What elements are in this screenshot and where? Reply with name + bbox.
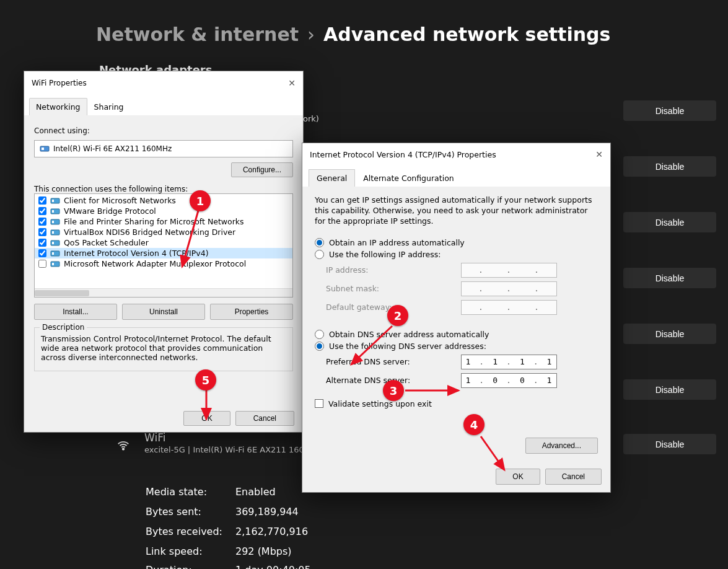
svg-rect-16 bbox=[52, 263, 54, 265]
ip-address-input: ... bbox=[461, 263, 557, 278]
disable-button[interactable]: Disable bbox=[623, 434, 716, 454]
subnet-mask-input: ... bbox=[461, 281, 557, 296]
disable-button[interactable]: Disable bbox=[623, 212, 716, 232]
breadcrumb-parent[interactable]: Network & internet bbox=[96, 24, 299, 45]
ok-button[interactable]: OK bbox=[183, 411, 230, 426]
network-component-icon bbox=[50, 196, 60, 205]
close-icon[interactable]: ✕ bbox=[288, 78, 296, 88]
ipv4-info-text: You can get IP settings assigned automat… bbox=[315, 195, 598, 227]
breadcrumb: Network & internet › Advanced network se… bbox=[96, 24, 610, 45]
advanced-button[interactable]: Advanced... bbox=[525, 438, 598, 454]
list-item[interactable]: VMware Bridge Protocol bbox=[35, 206, 292, 216]
horizontal-scrollbar[interactable] bbox=[35, 288, 292, 297]
ok-button[interactable]: OK bbox=[496, 469, 540, 485]
cancel-button[interactable]: Cancel bbox=[235, 411, 294, 426]
svg-rect-12 bbox=[52, 242, 54, 244]
annotation-badge-4: 4 bbox=[463, 414, 485, 435]
disable-button[interactable]: Disable bbox=[623, 379, 716, 400]
disable-button[interactable]: Disable bbox=[623, 156, 716, 177]
radio-label: Obtain an IP address automatically bbox=[329, 238, 465, 247]
link-speed-value: 292 (Mbps) bbox=[235, 545, 292, 557]
description-label: Description bbox=[40, 323, 87, 332]
list-item[interactable]: Client for Microsoft Networks bbox=[35, 195, 292, 206]
network-component-icon bbox=[50, 218, 60, 226]
radio-icon bbox=[315, 238, 324, 247]
item-checkbox[interactable] bbox=[38, 207, 46, 215]
item-checkbox[interactable] bbox=[38, 196, 46, 205]
svg-rect-10 bbox=[52, 231, 54, 234]
item-label: Client for Microsoft Networks bbox=[64, 196, 176, 205]
link-speed-label: Link speed: bbox=[146, 545, 235, 557]
bytes-received-label: Bytes received: bbox=[146, 526, 235, 537]
bytes-sent-value: 369,189,944 bbox=[235, 506, 299, 518]
tab-networking[interactable]: Networking bbox=[29, 98, 87, 115]
radio-label: Use the following DNS server addresses: bbox=[329, 342, 486, 351]
annotation-badge-5: 5 bbox=[195, 369, 216, 390]
radio-obtain-dns-auto[interactable]: Obtain DNS server address automatically bbox=[315, 330, 598, 339]
item-label: VirtualBox NDIS6 Bridged Networking Driv… bbox=[64, 227, 235, 237]
item-checkbox[interactable] bbox=[38, 260, 46, 268]
bytes-received-value: 2,162,770,916 bbox=[235, 526, 308, 537]
list-item[interactable]: Microsoft Network Adapter Multiplexor Pr… bbox=[35, 258, 292, 269]
network-component-icon bbox=[50, 228, 60, 237]
duration-value: 1 day 00:40:05 bbox=[235, 564, 311, 569]
wifi-properties-dialog: WiFi Properties ✕ Networking Sharing Con… bbox=[24, 71, 304, 433]
media-state-value: Enabled bbox=[235, 486, 276, 498]
network-component-icon bbox=[50, 207, 60, 216]
annotation-badge-3: 3 bbox=[383, 380, 404, 401]
list-item[interactable]: VirtualBox NDIS6 Bridged Networking Driv… bbox=[35, 227, 292, 237]
disable-button[interactable]: Disable bbox=[623, 100, 716, 121]
radio-label: Obtain DNS server address automatically bbox=[329, 330, 489, 339]
item-checkbox[interactable] bbox=[38, 249, 46, 257]
item-label: Microsoft Network Adapter Multiplexor Pr… bbox=[64, 259, 246, 268]
default-gateway-input: ... bbox=[461, 300, 557, 315]
connection-items-list[interactable]: Client for Microsoft NetworksVMware Brid… bbox=[34, 193, 293, 298]
wifi-adapter-subtitle: excitel-5G | Intel(R) Wi-Fi 6E AX211 160 bbox=[144, 445, 304, 454]
close-icon[interactable]: ✕ bbox=[595, 149, 603, 159]
disable-button[interactable]: Disable bbox=[623, 268, 716, 288]
dialog2-title: Internet Protocol Version 4 (TCP/IPv4) P… bbox=[310, 150, 496, 159]
bytes-sent-label: Bytes sent: bbox=[146, 506, 235, 518]
uninstall-button[interactable]: Uninstall bbox=[122, 304, 205, 320]
description-text: Transmission Control Protocol/Internet P… bbox=[41, 334, 286, 362]
radio-icon bbox=[315, 342, 324, 351]
svg-rect-4 bbox=[52, 200, 54, 202]
radio-icon bbox=[315, 330, 324, 339]
checkbox-icon bbox=[315, 399, 323, 408]
annotation-badge-2: 2 bbox=[387, 305, 408, 326]
radio-use-ip[interactable]: Use the following IP address: bbox=[315, 250, 598, 259]
tab-general[interactable]: General bbox=[309, 169, 355, 187]
cancel-button[interactable]: Cancel bbox=[545, 469, 602, 485]
item-label: File and Printer Sharing for Microsoft N… bbox=[64, 217, 244, 226]
wifi-icon bbox=[116, 439, 130, 455]
preferred-dns-input[interactable]: 1. 1. 1. 1 bbox=[461, 355, 557, 369]
alternate-dns-input[interactable]: 1. 0. 0. 1 bbox=[461, 373, 557, 388]
properties-button[interactable]: Properties bbox=[210, 304, 293, 320]
disable-button[interactable]: Disable bbox=[623, 324, 716, 344]
item-checkbox[interactable] bbox=[38, 239, 46, 247]
breadcrumb-current: Advanced network settings bbox=[323, 24, 610, 45]
install-button[interactable]: Install... bbox=[34, 304, 117, 320]
duration-label: Duration: bbox=[146, 564, 235, 569]
adapter-select[interactable]: Intel(R) Wi-Fi 6E AX211 160MHz bbox=[34, 140, 293, 157]
items-label: This connection uses the following items… bbox=[34, 185, 293, 193]
preferred-dns-label: Preferred DNS server: bbox=[326, 357, 461, 366]
list-item[interactable]: File and Printer Sharing for Microsoft N… bbox=[35, 216, 292, 227]
configure-button[interactable]: Configure... bbox=[231, 162, 293, 177]
wifi-adapter-title[interactable]: WiFi bbox=[144, 431, 304, 444]
list-item[interactable]: QoS Packet Scheduler bbox=[35, 237, 292, 248]
connect-using-label: Connect using: bbox=[34, 126, 293, 135]
adapter-name: Intel(R) Wi-Fi 6E AX211 160MHz bbox=[53, 144, 172, 153]
item-checkbox[interactable] bbox=[38, 218, 46, 226]
item-label: Internet Protocol Version 4 (TCP/IPv4) bbox=[64, 249, 209, 258]
item-checkbox[interactable] bbox=[38, 228, 46, 236]
radio-use-dns[interactable]: Use the following DNS server addresses: bbox=[315, 342, 598, 351]
tab-sharing[interactable]: Sharing bbox=[87, 98, 131, 115]
annotation-badge-1: 1 bbox=[190, 190, 211, 211]
list-item[interactable]: Internet Protocol Version 4 (TCP/IPv4) bbox=[35, 248, 292, 258]
validate-settings-checkbox[interactable]: Validate settings upon exit bbox=[315, 399, 598, 408]
tab-alternate-configuration[interactable]: Alternate Configuration bbox=[355, 169, 462, 187]
radio-obtain-ip-auto[interactable]: Obtain an IP address automatically bbox=[315, 238, 598, 247]
dialog1-title: WiFi Properties bbox=[32, 79, 87, 87]
subnet-mask-label: Subnet mask: bbox=[326, 284, 461, 293]
